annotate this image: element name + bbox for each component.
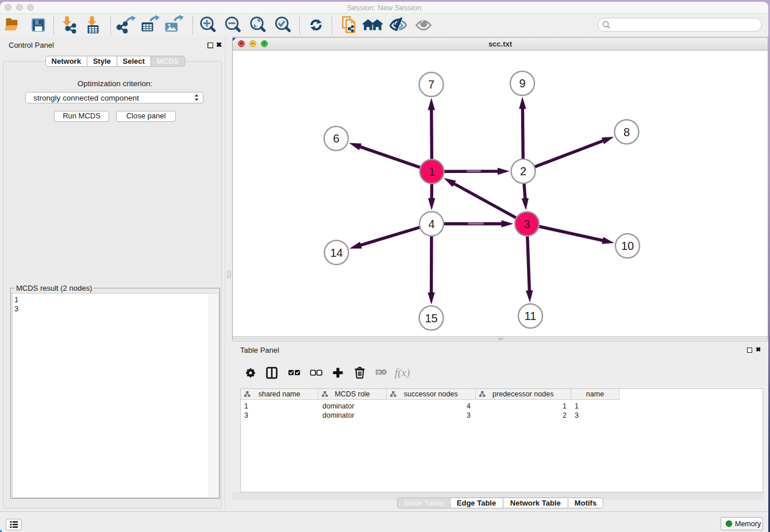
svg-text:10: 10 [621, 240, 634, 252]
svg-text:7: 7 [428, 78, 434, 91]
svg-text:11: 11 [525, 310, 537, 322]
svg-text:8: 8 [623, 126, 630, 138]
svg-text:14: 14 [330, 246, 342, 259]
svg-text:15: 15 [425, 312, 437, 325]
svg-text:6: 6 [333, 132, 339, 145]
svg-text:9: 9 [519, 77, 525, 90]
svg-text:1: 1 [429, 165, 435, 178]
svg-text:2: 2 [520, 165, 526, 178]
svg-text:4: 4 [428, 218, 434, 230]
svg-text:3: 3 [523, 218, 530, 230]
svg-text:f(x): f(x) [395, 367, 410, 379]
